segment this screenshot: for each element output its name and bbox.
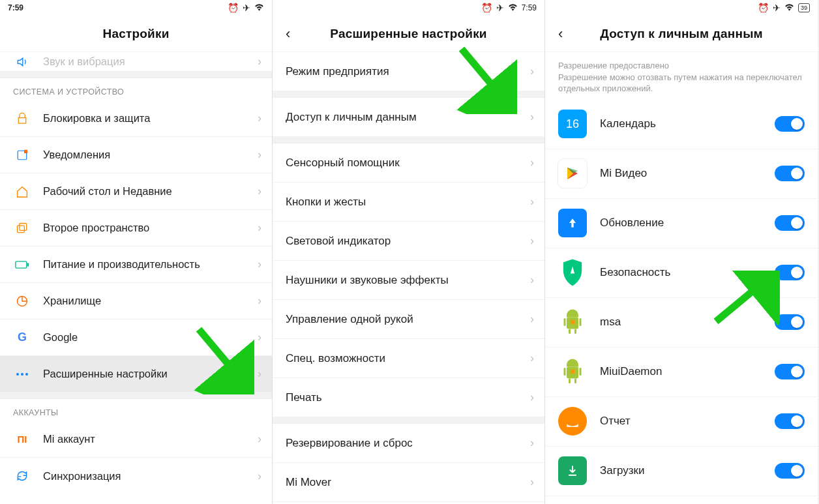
row-label: Расширенные настройки (43, 368, 258, 380)
svg-rect-14 (569, 329, 571, 334)
row-sound[interactable]: Звук и вибрация › (0, 52, 272, 72)
row-mimover[interactable]: Mi Mover› (273, 463, 544, 502)
svg-rect-2 (20, 223, 27, 230)
toggle[interactable] (775, 463, 805, 479)
row-storage[interactable]: Хранилище › (0, 283, 272, 319)
lock-icon (13, 110, 31, 128)
copy-icon (13, 219, 31, 237)
toggle[interactable] (775, 265, 805, 280)
app-mivideo[interactable]: Mi Видео (545, 149, 818, 199)
row-personal-data[interactable]: Доступ к личным данным› (273, 98, 544, 137)
app-list[interactable]: 16 Календарь Mi Видео Обновление (545, 100, 818, 504)
row-notifications[interactable]: Уведомления › (0, 137, 272, 173)
row-label: Доступ к личным данным (286, 111, 417, 124)
app-security[interactable]: Безопасность (545, 248, 818, 298)
row-label: Кнопки и жесты (286, 196, 366, 209)
chevron-right-icon: › (258, 294, 261, 308)
chevron-right-icon: › (530, 391, 534, 404)
row-accessibility[interactable]: Спец. возможности› (273, 339, 544, 378)
svg-rect-15 (574, 329, 576, 334)
wifi-icon (508, 3, 518, 13)
row-buttons-gestures[interactable]: Кнопки и жесты› (273, 183, 544, 222)
row-label: Mi Mover (286, 476, 331, 489)
row-label: Световой индикатор (286, 235, 391, 248)
toggle[interactable] (775, 215, 805, 231)
row-onehand[interactable]: Управление одной рукой› (273, 300, 544, 339)
svg-rect-22 (571, 370, 574, 374)
svg-rect-5 (27, 263, 29, 266)
svg-rect-12 (564, 318, 566, 326)
chevron-right-icon: › (530, 475, 534, 489)
svg-rect-19 (580, 368, 582, 376)
chevron-right-icon: › (530, 273, 534, 287)
svg-rect-16 (571, 320, 574, 324)
app-updater[interactable]: Обновление (545, 199, 818, 248)
section-header: АККАУНТЫ (0, 399, 272, 421)
row-label: Google (43, 331, 258, 344)
row-second-space[interactable]: Второе пространство › (0, 210, 272, 246)
back-button[interactable]: ‹ (279, 22, 297, 46)
more-icon (13, 365, 31, 383)
wifi-icon (254, 3, 264, 13)
row-touch-assistant[interactable]: Сенсорный помощник› (273, 143, 544, 183)
alarm-icon: ⏰ (758, 3, 769, 13)
advanced-list[interactable]: Режим предприятия› Доступ к личным данны… (273, 52, 544, 504)
app-calendar[interactable]: 16 Календарь (545, 100, 818, 149)
app-report[interactable]: Отчет (545, 397, 818, 447)
toggle[interactable] (775, 166, 805, 181)
page-title: Расширенные настройки (330, 27, 486, 41)
toggle[interactable] (775, 413, 805, 429)
row-label: Mi аккаунт (43, 433, 258, 445)
chevron-right-icon: › (258, 367, 261, 381)
row-mi-account[interactable]: ΠI Mi аккаунт › (0, 421, 272, 458)
separator (273, 91, 544, 98)
row-enterprise[interactable]: Режим предприятия› (273, 52, 544, 91)
toggle[interactable] (775, 364, 805, 379)
chevron-right-icon: › (530, 351, 534, 365)
chevron-right-icon: › (258, 469, 261, 483)
row-print[interactable]: Печать› (273, 378, 544, 417)
row-google[interactable]: G Google › (0, 319, 272, 356)
row-home[interactable]: Рабочий стол и Недавние › (0, 173, 272, 210)
separator (0, 393, 272, 399)
airplane-icon: ✈ (243, 3, 250, 13)
row-advanced[interactable]: Расширенные настройки › (0, 356, 272, 393)
chevron-right-icon: › (258, 111, 261, 125)
app-downloads[interactable]: Загрузки (545, 447, 818, 496)
app-msa[interactable]: msa (545, 298, 818, 348)
app-label: Mi Видео (600, 167, 775, 180)
row-sync[interactable]: Синхронизация › (0, 458, 272, 494)
row-label: Питание и производительность (43, 258, 258, 271)
status-time: 7:59 (522, 3, 537, 12)
app-label: MiuiDaemon (600, 365, 775, 378)
statusbar: ⏰ ✈ 39 (545, 0, 818, 16)
chevron-right-icon: › (530, 65, 534, 78)
row-power[interactable]: Питание и производительность › (0, 246, 272, 283)
chevron-right-icon: › (258, 432, 261, 446)
row-backup[interactable]: Резервирование и сброс› (273, 424, 544, 463)
app-miuidaemon[interactable]: MiuiDaemon (545, 348, 818, 397)
notification-icon (13, 146, 31, 164)
page-title: Доступ к личным данным (600, 27, 763, 41)
row-label: Сенсорный помощник (286, 156, 400, 170)
chevron-right-icon: › (258, 331, 261, 344)
chevron-right-icon: › (530, 234, 534, 248)
chevron-right-icon: › (258, 221, 261, 235)
personal-data-panel: ⏰ ✈ 39 ‹ Доступ к личным данным Разрешен… (545, 0, 818, 504)
update-icon (558, 209, 587, 237)
home-icon (13, 183, 31, 201)
back-button[interactable]: ‹ (552, 22, 569, 46)
row-label: Режим предприятия (286, 65, 389, 78)
row-label: Синхронизация (43, 470, 258, 482)
chevron-right-icon: › (258, 148, 261, 162)
download-icon (558, 456, 587, 485)
toggle[interactable] (775, 314, 805, 330)
toggle[interactable] (775, 116, 805, 132)
row-lock[interactable]: Блокировка и защита › (0, 100, 272, 137)
settings-list[interactable]: Звук и вибрация › СИСТЕМА И УСТРОЙСТВО Б… (0, 52, 272, 504)
titlebar: ‹ Доступ к личным данным (545, 16, 818, 52)
row-label: Уведомления (43, 149, 258, 161)
row-led[interactable]: Световой индикатор› (273, 222, 544, 261)
app-label: Отчет (600, 415, 775, 428)
row-headphones[interactable]: Наушники и звуковые эффекты› (273, 261, 544, 300)
